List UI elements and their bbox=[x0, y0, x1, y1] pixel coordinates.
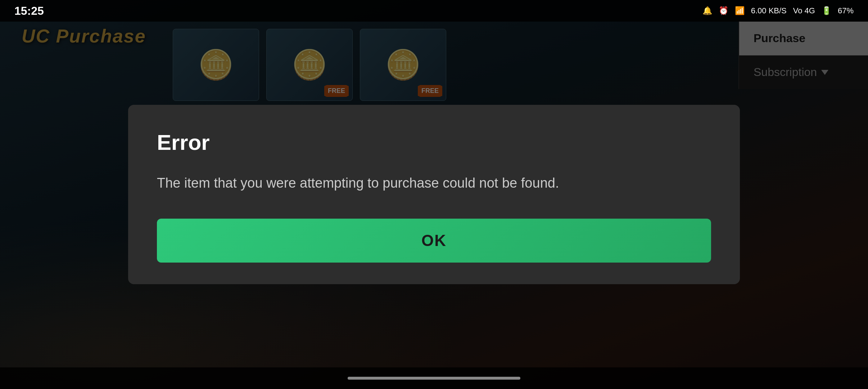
error-message: The item that you were attempting to pur… bbox=[157, 173, 711, 193]
nav-indicator bbox=[348, 377, 520, 380]
error-dialog: Error The item that you were attempting … bbox=[128, 105, 740, 284]
battery-percent: 67% bbox=[838, 6, 854, 15]
nfc-icon: 🔔 bbox=[702, 6, 712, 15]
network-speed: 6.00 KB/S bbox=[751, 6, 787, 15]
alarm-icon: ⏰ bbox=[719, 6, 728, 15]
signal-icon: 📶 bbox=[735, 6, 745, 15]
status-icons: 🔔 ⏰ 📶 6.00 KB/S Vo 4G 🔋 67% bbox=[702, 6, 854, 15]
battery-icon: 🔋 bbox=[822, 6, 831, 15]
bottom-bar bbox=[0, 367, 868, 389]
error-title: Error bbox=[157, 130, 711, 155]
network-type: Vo 4G bbox=[793, 6, 815, 15]
status-time: 15:25 bbox=[14, 4, 44, 18]
ok-button[interactable]: OK bbox=[157, 219, 711, 263]
status-bar: 15:25 🔔 ⏰ 📶 6.00 KB/S Vo 4G 🔋 67% bbox=[0, 0, 868, 22]
